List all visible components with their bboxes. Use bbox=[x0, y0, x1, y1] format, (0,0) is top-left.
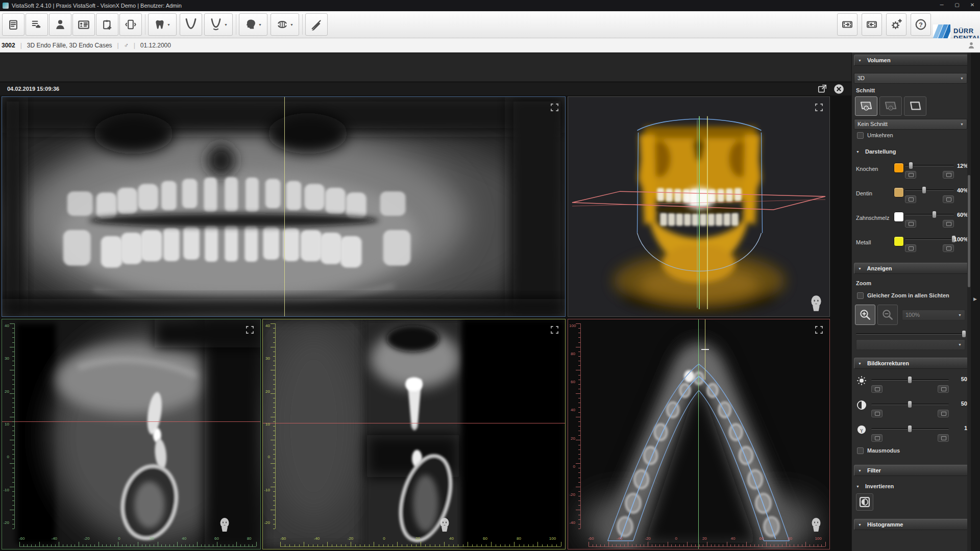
patient-record-button[interactable] bbox=[72, 13, 95, 36]
head-orientation-icon[interactable] bbox=[218, 517, 231, 533]
probe-tool-button[interactable] bbox=[305, 13, 328, 36]
umkehren-checkbox[interactable] bbox=[857, 132, 864, 139]
sidebar-scrollbar[interactable] bbox=[967, 53, 971, 551]
slider-step-button[interactable] bbox=[938, 385, 949, 393]
head-orientation-icon[interactable] bbox=[438, 517, 451, 533]
slice-position-slider[interactable] bbox=[856, 333, 965, 335]
axial-slice-image[interactable] bbox=[568, 319, 829, 549]
slider-step-button[interactable] bbox=[943, 195, 954, 203]
slider-step-button[interactable] bbox=[938, 434, 949, 442]
case-name[interactable]: 3D Endo Fälle, 3D Endo Cases bbox=[27, 42, 112, 49]
patient-icon bbox=[54, 18, 66, 31]
section-anzeigen[interactable]: ▼ Anzeigen bbox=[854, 263, 968, 274]
jaw-3d-button[interactable]: ▼ bbox=[271, 13, 299, 36]
tissue-color-swatch[interactable] bbox=[894, 236, 904, 246]
zoom-out-button[interactable] bbox=[877, 305, 898, 325]
help-button[interactable]: ? bbox=[911, 13, 931, 36]
same-zoom-checkbox[interactable] bbox=[857, 292, 864, 299]
tissue-opacity-slider[interactable] bbox=[905, 189, 954, 191]
head-orientation-icon[interactable] bbox=[809, 295, 823, 312]
contrast-icon bbox=[856, 399, 867, 411]
slider-step-button[interactable] bbox=[871, 434, 883, 442]
cross-axial-refline[interactable] bbox=[263, 423, 565, 423]
tooth-tool-button[interactable]: ▼ bbox=[148, 13, 177, 36]
panorama-crosshair-line[interactable] bbox=[284, 97, 285, 316]
close-view-icon[interactable] bbox=[834, 84, 844, 94]
section-bildkorrekturen[interactable]: ▼ Bildkorrekturen bbox=[854, 358, 968, 369]
tissue-opacity-slider[interactable] bbox=[905, 214, 954, 215]
jaw-arch-layers-button[interactable]: ▼ bbox=[204, 13, 233, 36]
sagittal-axial-refline[interactable] bbox=[2, 421, 260, 422]
axial-viewport[interactable]: 100806040200-20-40 -60-40-20020406080100 bbox=[568, 319, 830, 549]
new-record-button[interactable] bbox=[96, 13, 118, 36]
tissue-color-swatch[interactable] bbox=[894, 187, 904, 197]
close-button[interactable]: ✕ bbox=[965, 0, 980, 11]
slider-step-button[interactable] bbox=[943, 220, 954, 228]
volume-3d-render[interactable] bbox=[568, 97, 829, 316]
section-volumen[interactable]: ▼ Volumen bbox=[854, 55, 968, 66]
toolbar-separator bbox=[236, 14, 236, 35]
head-orientation-icon[interactable] bbox=[810, 517, 822, 533]
patient-button[interactable] bbox=[49, 13, 71, 36]
slice-mode-button-1[interactable] bbox=[855, 96, 877, 116]
section-invertieren[interactable]: ▼ Invertieren bbox=[856, 483, 894, 489]
slider-step-button[interactable] bbox=[905, 171, 916, 179]
slider-step-button[interactable] bbox=[938, 410, 949, 417]
slice-thickness-dropdown[interactable]: ▼ bbox=[856, 339, 965, 350]
expand-view-icon[interactable] bbox=[246, 325, 254, 334]
contrast-slider[interactable] bbox=[871, 404, 949, 405]
tissue-color-swatch[interactable] bbox=[894, 212, 904, 222]
volume-3d-viewport[interactable] bbox=[568, 96, 830, 317]
axial-sagittal-refline[interactable] bbox=[698, 319, 699, 549]
panorama-viewport[interactable] bbox=[2, 96, 566, 317]
maximize-button[interactable]: ▢ bbox=[949, 0, 965, 11]
minimize-button[interactable]: ─ bbox=[934, 0, 949, 11]
expand-view-icon[interactable] bbox=[550, 325, 559, 334]
volume-mode-dropdown[interactable]: 3D ▼ bbox=[854, 73, 967, 84]
cross-section-image[interactable] bbox=[263, 319, 565, 549]
expand-view-icon[interactable] bbox=[815, 325, 823, 334]
slider-step-button[interactable] bbox=[905, 195, 916, 203]
jaw-arch-button[interactable] bbox=[180, 13, 202, 36]
head-view-button[interactable]: ▼ bbox=[239, 13, 267, 36]
switch-patient-button[interactable] bbox=[119, 13, 142, 36]
film-import-button[interactable] bbox=[837, 13, 857, 36]
panorama-image[interactable] bbox=[2, 97, 565, 316]
mausmodus-checkbox[interactable] bbox=[857, 447, 864, 454]
cross-section-viewport[interactable]: 403020100-10-20 -60-40-20020406080100 bbox=[262, 319, 566, 549]
slice-select-dropdown[interactable]: Kein Schnitt ▼ bbox=[854, 119, 967, 130]
slider-step-button[interactable] bbox=[943, 244, 954, 252]
panel-expander[interactable]: ▶ bbox=[971, 53, 980, 551]
slice-mode-button-2[interactable] bbox=[879, 96, 902, 116]
slider-step-button[interactable] bbox=[871, 385, 883, 393]
image-status-bar: 04.02.2019 15:09:36 bbox=[0, 82, 851, 95]
slider-step-button[interactable] bbox=[871, 410, 883, 417]
chevron-down-icon: ▼ bbox=[167, 23, 170, 27]
brightness-slider[interactable] bbox=[871, 379, 949, 381]
tissue-color-swatch[interactable] bbox=[894, 163, 904, 173]
gamma-slider[interactable] bbox=[871, 428, 949, 430]
zoom-in-button[interactable] bbox=[855, 305, 875, 325]
film-export-button[interactable] bbox=[862, 13, 882, 36]
expand-view-icon[interactable] bbox=[815, 103, 823, 112]
slice-mode-button-3[interactable] bbox=[904, 96, 926, 116]
invert-button[interactable] bbox=[856, 493, 873, 511]
tissue-opacity-slider[interactable] bbox=[905, 238, 954, 240]
expand-view-icon[interactable] bbox=[550, 103, 559, 112]
section-filter[interactable]: ▼ Filter bbox=[854, 465, 968, 476]
slider-step-button[interactable] bbox=[943, 171, 954, 179]
sagittal-viewport[interactable]: 403020100-10-20 -60-40-20020406080 bbox=[2, 319, 261, 549]
slider-step-button[interactable] bbox=[905, 220, 916, 228]
settings-button[interactable] bbox=[886, 13, 906, 36]
sagittal-slice-image[interactable] bbox=[2, 319, 260, 549]
section-darstellung[interactable]: ▼ Darstellung bbox=[856, 148, 896, 155]
job-list-button[interactable] bbox=[26, 13, 48, 36]
slider-step-button[interactable] bbox=[905, 244, 916, 252]
zoom-value-dropdown[interactable]: 100% ▼ bbox=[902, 310, 965, 320]
worklist-button[interactable] bbox=[2, 13, 24, 36]
patient-id[interactable]: 3002 bbox=[2, 42, 15, 49]
tissue-opacity-slider[interactable] bbox=[905, 165, 954, 166]
open-external-icon[interactable] bbox=[817, 84, 827, 94]
user-icon[interactable] bbox=[967, 41, 976, 50]
section-histogramme[interactable]: ▼ Histogramme bbox=[854, 519, 968, 530]
